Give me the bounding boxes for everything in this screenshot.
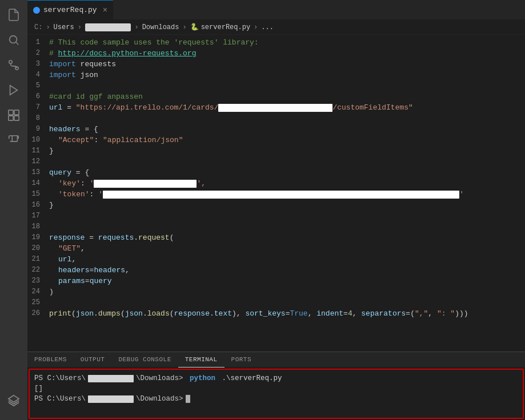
breadcrumb-username: [85, 23, 131, 31]
table-row: 12: [27, 156, 525, 167]
breadcrumb-file-icon: 🐍: [190, 23, 199, 31]
editor-panel-wrapper: 1 # This code sample uses the 'requests'…: [27, 35, 525, 420]
terminal-path-1: \Downloads>: [136, 373, 183, 383]
table-row: 22 headers=headers,: [27, 265, 525, 276]
activity-bar: [0, 0, 27, 420]
tab-serverreq[interactable]: serverReq.py ×: [27, 0, 113, 20]
terminal-line-3: PS C:\Users\ \Downloads>: [34, 394, 518, 404]
terminal-prompt-2: PS C:\Users\: [34, 394, 86, 404]
layers-icon[interactable]: [3, 390, 24, 411]
terminal-username-1: [88, 375, 134, 382]
table-row: 5: [27, 80, 525, 91]
breadcrumb-users[interactable]: Users: [54, 23, 74, 31]
search-icon[interactable]: [3, 30, 24, 50]
svg-rect-5: [9, 110, 13, 115]
svg-point-3: [9, 60, 13, 64]
table-row: 15 'token': ' ': [27, 189, 525, 200]
terminal-line-1: PS C:\Users\ \Downloads> python .\server…: [34, 373, 518, 383]
table-row: 18: [27, 221, 525, 232]
table-row: 2 # http://docs.python-requests.org: [27, 48, 525, 59]
python-file-icon: [33, 7, 40, 14]
table-row: 24 ): [27, 286, 525, 297]
table-row: 14 'key': ' ',: [27, 178, 525, 189]
code-lines: 1 # This code sample uses the 'requests'…: [27, 37, 525, 349]
test-icon[interactable]: [3, 130, 24, 151]
table-row: 20 "GET",: [27, 243, 525, 254]
terminal-output: []: [34, 383, 43, 394]
table-row: 13 query = {: [27, 167, 525, 178]
table-row: 1 # This code sample uses the 'requests'…: [27, 37, 525, 48]
tab-debug-console[interactable]: DEBUG CONSOLE: [111, 352, 178, 368]
tab-close-button[interactable]: ×: [103, 6, 107, 14]
main-area: serverReq.py × C: › Users › › Downloads …: [27, 0, 525, 420]
table-row: 6 #card id ggf anpassen: [27, 91, 525, 102]
breadcrumb: C: › Users › › Downloads › 🐍 serverReq.p…: [27, 20, 525, 35]
svg-line-1: [16, 42, 18, 45]
panel: PROBLEMS OUTPUT DEBUG CONSOLE TERMINAL P…: [27, 352, 525, 420]
table-row: 4 import json: [27, 70, 525, 80]
tab-bar: serverReq.py ×: [27, 0, 525, 20]
extensions-icon[interactable]: [3, 105, 24, 126]
terminal-prompt-1: PS C:\Users\: [34, 373, 86, 383]
tab-terminal[interactable]: TERMINAL: [178, 352, 225, 368]
table-row: 11 }: [27, 146, 525, 156]
svg-rect-7: [9, 116, 13, 120]
terminal-arg: .\serverReq.py: [218, 373, 282, 383]
svg-marker-4: [10, 86, 18, 95]
panel-tabs: PROBLEMS OUTPUT DEBUG CONSOLE TERMINAL P…: [27, 352, 525, 368]
breadcrumb-drive[interactable]: C:: [34, 23, 42, 31]
tab-ports[interactable]: PORTS: [225, 352, 259, 368]
terminal-content[interactable]: PS C:\Users\ \Downloads> python .\server…: [29, 369, 524, 419]
editor[interactable]: 1 # This code sample uses the 'requests'…: [27, 35, 525, 352]
terminal-cmd: python: [186, 373, 216, 383]
terminal-path-2: \Downloads>: [136, 394, 183, 404]
table-row: 17: [27, 211, 525, 221]
table-row: 23 params=query: [27, 276, 525, 286]
terminal-username-2: [88, 395, 134, 403]
table-row: 8: [27, 113, 525, 124]
breadcrumb-filename[interactable]: serverReq.py: [201, 23, 250, 31]
tab-problems[interactable]: PROBLEMS: [27, 352, 74, 368]
table-row: 21 url,: [27, 254, 525, 265]
table-row: 19 response = requests.request(: [27, 232, 525, 243]
svg-rect-6: [14, 110, 19, 115]
terminal-line-2: []: [34, 383, 518, 394]
files-icon[interactable]: [3, 5, 24, 25]
table-row: 26 print(json.dumps(json.loads(response.…: [27, 308, 525, 319]
breadcrumb-downloads[interactable]: Downloads: [142, 23, 179, 31]
svg-point-0: [10, 36, 17, 43]
table-row: 7 url = "https://api.trello.com/1/cards/…: [27, 102, 525, 113]
table-row: 10 "Accept": "application/json": [27, 135, 525, 146]
table-row: 16 }: [27, 200, 525, 211]
table-row: 25: [27, 297, 525, 308]
tab-label: serverReq.py: [43, 6, 97, 14]
source-control-icon[interactable]: [3, 55, 24, 75]
terminal-cursor: [186, 395, 190, 403]
table-row: 3 import requests: [27, 59, 525, 70]
tab-output[interactable]: OUTPUT: [74, 352, 112, 368]
table-row: 9 headers = {: [27, 124, 525, 135]
breadcrumb-ellipsis: ...: [261, 23, 274, 31]
svg-rect-8: [14, 116, 19, 120]
run-debug-icon[interactable]: [3, 80, 24, 100]
